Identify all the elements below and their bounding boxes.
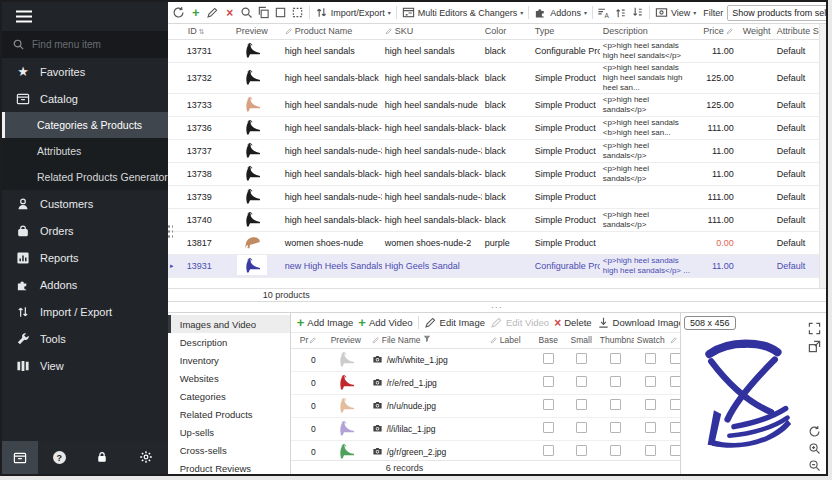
- sidebar-subitem-related-products-generator[interactable]: Related Products Generator: [2, 164, 168, 190]
- tab-related-products[interactable]: Related Products: [168, 405, 290, 423]
- sidebar-item-view[interactable]: View: [2, 352, 168, 379]
- column-weight[interactable]: Weight: [740, 24, 774, 39]
- category-filter-select[interactable]: Show products from selected categories ▾: [727, 5, 826, 21]
- product-row[interactable]: 13733high heel sandals-nudehigh heel san…: [168, 93, 819, 116]
- multi-select-button[interactable]: [290, 5, 306, 21]
- horizontal-splitter-handle[interactable]: ···: [168, 302, 826, 312]
- column-swatch[interactable]: Swatch: [634, 333, 668, 348]
- select-box-button[interactable]: [273, 5, 289, 21]
- tab-inventory[interactable]: Inventory: [168, 351, 290, 369]
- small-checkbox[interactable]: [576, 399, 587, 410]
- fit-to-screen-icon[interactable]: [808, 321, 822, 335]
- settings-button[interactable]: [139, 450, 153, 466]
- rotate-icon[interactable]: [808, 424, 822, 438]
- thumbnail-checkbox[interactable]: [610, 353, 621, 364]
- multi-editors-menu[interactable]: Multi Editors & Changers▾: [400, 4, 526, 21]
- menu-toggle-button[interactable]: [2, 2, 168, 31]
- sidebar-item-favorites[interactable]: ★ Favorites: [2, 58, 168, 85]
- sidebar-item-addons[interactable]: Addons: [2, 271, 168, 298]
- sidebar-item-reports[interactable]: Reports: [2, 244, 168, 271]
- zoom-in-icon[interactable]: [808, 441, 822, 455]
- addons-menu[interactable]: Addons▾: [532, 4, 589, 21]
- sidebar-item-orders[interactable]: Orders: [2, 217, 168, 244]
- add-product-button[interactable]: +: [188, 5, 204, 21]
- base-checkbox[interactable]: [543, 399, 554, 410]
- exclude-checkbox[interactable]: [670, 445, 680, 456]
- copy-button[interactable]: [256, 5, 272, 21]
- product-row[interactable]: 13731high heel sandalshigh heel sandalsb…: [168, 39, 819, 62]
- swatch-checkbox[interactable]: [645, 422, 656, 433]
- vertical-scrollbar[interactable]: [819, 24, 826, 288]
- product-row[interactable]: 13738high heel sandals-black-37high heel…: [168, 162, 819, 185]
- add-image-button[interactable]: +Add Image: [295, 314, 356, 331]
- tab-product-reviews[interactable]: Product Reviews: [168, 459, 290, 476]
- search-products-button[interactable]: [239, 5, 255, 21]
- exclude-checkbox[interactable]: [670, 353, 680, 364]
- edit-image-button[interactable]: Edit Image: [422, 314, 487, 331]
- thumbnail-checkbox[interactable]: [610, 445, 621, 456]
- import-export-menu[interactable]: Import/Export▾: [313, 4, 393, 21]
- delete-product-button[interactable]: ×: [222, 5, 238, 21]
- lock-button[interactable]: [95, 450, 109, 466]
- exclude-checkbox[interactable]: [670, 422, 680, 433]
- add-video-button[interactable]: +Add Video: [356, 314, 414, 331]
- image-row[interactable]: 0/w/h/white_1.jpg: [291, 348, 680, 371]
- base-checkbox[interactable]: [543, 422, 554, 433]
- sort-az-button[interactable]: A: [596, 5, 612, 21]
- sidebar-item-catalog[interactable]: Catalog: [2, 85, 168, 112]
- column-id[interactable]: ID⇅: [176, 24, 222, 39]
- column-label[interactable]: Label: [488, 333, 532, 348]
- column-sku[interactable]: SKU: [382, 24, 482, 39]
- exclude-checkbox[interactable]: [670, 399, 680, 410]
- product-row[interactable]: 13739high heel sandals-nude-37high heel …: [168, 185, 819, 208]
- menu-search-input[interactable]: [32, 39, 137, 50]
- thumbnail-checkbox[interactable]: [610, 376, 621, 387]
- product-row[interactable]: 13817women shoes-nudewomen shoes-nude-2p…: [168, 231, 819, 254]
- sidebar-item-tools[interactable]: Tools: [2, 325, 168, 352]
- store-button[interactable]: [2, 441, 38, 474]
- swatch-checkbox[interactable]: [645, 445, 656, 456]
- image-row[interactable]: 0/n/u/nude.jpg: [291, 394, 680, 417]
- thumbnail-checkbox[interactable]: [610, 399, 621, 410]
- tab-categories[interactable]: Categories: [168, 387, 290, 405]
- tab-description[interactable]: Description: [168, 333, 290, 351]
- tab-websites[interactable]: Websites: [168, 369, 290, 387]
- column-base[interactable]: Base: [532, 333, 565, 348]
- download-image-button[interactable]: Download Image: [595, 314, 680, 331]
- tab-images-and-video[interactable]: Images and Video: [168, 315, 290, 333]
- zoom-out-icon[interactable]: [808, 458, 822, 472]
- view-menu[interactable]: View▾: [653, 4, 698, 21]
- image-row[interactable]: 0/g/r/green_2.jpg: [291, 440, 680, 460]
- small-checkbox[interactable]: [576, 445, 587, 456]
- product-row[interactable]: ▸13931new High Heels SandalsHigh Geels S…: [168, 254, 819, 277]
- base-checkbox[interactable]: [543, 353, 554, 364]
- base-checkbox[interactable]: [543, 445, 554, 456]
- column-image-preview[interactable]: Preview: [322, 333, 370, 348]
- column-position[interactable]: Pr: [298, 333, 322, 348]
- sidebar-item-import-export[interactable]: Import / Export: [2, 298, 168, 325]
- swatch-checkbox[interactable]: [645, 376, 656, 387]
- help-button[interactable]: ?: [53, 451, 66, 464]
- column-preview[interactable]: Preview: [222, 24, 282, 39]
- exclude-checkbox[interactable]: [670, 376, 680, 387]
- delete-image-button[interactable]: ×Delete: [552, 315, 593, 331]
- column-product-name[interactable]: Product Name: [282, 24, 382, 39]
- open-external-icon[interactable]: [808, 339, 822, 353]
- column-color[interactable]: Color: [482, 24, 532, 39]
- image-row[interactable]: 0/l/i/lilac_1.jpg: [291, 417, 680, 440]
- column-thumbnail[interactable]: Thumbna: [598, 333, 634, 348]
- pane-splitter-handle[interactable]: [167, 224, 173, 240]
- tab-up-sells[interactable]: Up-sells: [168, 423, 290, 441]
- product-row[interactable]: 13740high heel sandals-black-38high heel…: [168, 208, 819, 231]
- refresh-button[interactable]: [171, 5, 187, 21]
- column-attribute-set[interactable]: Attribute Set Name: [774, 24, 819, 39]
- sidebar-subitem-categories-products[interactable]: Categories & Products: [2, 112, 168, 138]
- sidebar-subitem-attributes[interactable]: Attributes: [2, 138, 168, 164]
- column-type[interactable]: Type: [532, 24, 600, 39]
- product-row[interactable]: 13737high heel sandals-nude-36high heel …: [168, 139, 819, 162]
- expand-rows-button[interactable]: [613, 5, 629, 21]
- image-row[interactable]: 0/r/e/red_1.jpg: [291, 371, 680, 394]
- product-row[interactable]: 13736high heel sandals-black-36high heel…: [168, 116, 819, 139]
- swatch-checkbox[interactable]: [645, 399, 656, 410]
- small-checkbox[interactable]: [576, 353, 587, 364]
